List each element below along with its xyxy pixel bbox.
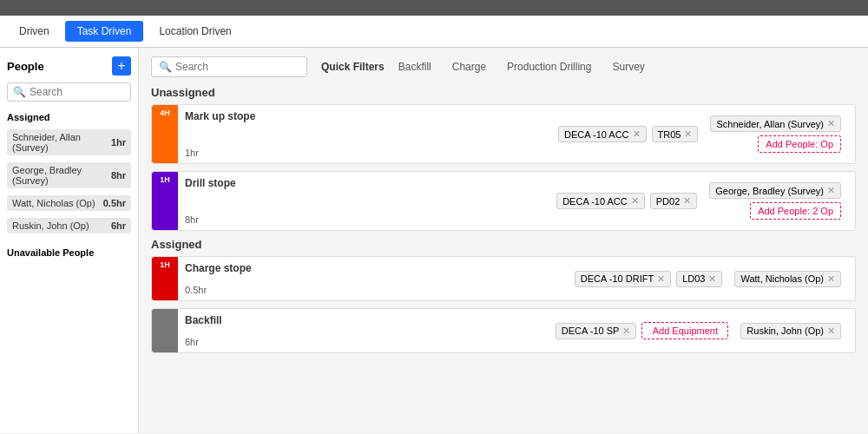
tag-x-icon[interactable]: ✕ [827,118,835,129]
filter-backfill[interactable]: Backfill [391,58,438,76]
person-name: Ruskin, John (Op) [12,220,89,231]
tag-deca-sp: DECA -10 SP ✕ [556,323,637,339]
tab-location-driven[interactable]: Location Driven [147,21,243,42]
task-badge-3: 1H [160,260,170,269]
tag-x-icon[interactable]: ✕ [622,326,630,337]
content-toolbar: 🔍 Quick Filters Backfill Charge Producti… [151,56,856,77]
task-color-bar-purple: 1H [152,172,178,230]
task-hours-mark-up-stope: 1hr [185,148,544,158]
tag-pd02: PD02 ✕ [650,193,698,209]
sidebar-search-icon: 🔍 [13,86,26,98]
tag-x-icon[interactable]: ✕ [684,128,692,140]
tab-task-driven[interactable]: Task Driven [65,21,144,42]
task-card-charge-stope: 1H Charge stope 0.5hr DECA -10 DRIFT ✕ L… [151,256,856,301]
tag-x-icon[interactable]: ✕ [827,273,835,285]
add-people-op-button-1[interactable]: Add People: Op [758,135,841,153]
task-color-bar-gray [152,309,178,352]
task-right-col-4: Ruskin, John (Op) ✕ [733,318,848,345]
person-name: George, Bradley (Survey) [12,165,111,186]
tag-person-schneider: Schneider, Allan (Survey) ✕ [710,115,841,132]
task-name-backfill: Backfill [185,314,542,326]
person-item-watt[interactable]: Watt, Nicholas (Op) 0.5hr [7,195,131,211]
content-search-icon: 🔍 [159,61,172,73]
tag-x-icon[interactable]: ✕ [827,185,835,196]
task-badge-2: 1H [160,175,170,184]
task-card-mark-up-stope: 4H Mark up stope 1hr DECA -10 ACC ✕ TR05… [151,104,856,164]
unassigned-section-header: Unassigned [151,86,856,99]
tag-tr05: TR05 ✕ [652,126,699,142]
task-color-bar-red: 1H [152,257,178,300]
tag-x-icon[interactable]: ✕ [683,195,691,207]
task-hours-charge-stope: 0.5hr [185,285,561,295]
tag-person-watt: Watt, Nicholas (Op) ✕ [734,271,841,287]
task-card-backfill: Backfill 6hr DECA -10 SP ✕ Add Equipment… [151,308,856,353]
task-right-col-1: Schneider, Allan (Survey) ✕ Add People: … [703,110,848,158]
sidebar: People + 🔍 Assigned Schneider, Allan (Su… [0,48,139,433]
tag-x-icon[interactable]: ✕ [631,195,639,207]
person-hours: 6hr [111,220,126,231]
tab-driven[interactable]: Driven [7,21,62,42]
task-name-drill-stope: Drill stope [185,177,542,189]
add-equipment-button[interactable]: Add Equipment [641,322,728,339]
person-hours: 0.5hr [103,198,126,208]
person-hours: 1hr [111,137,126,148]
task-name-charge-stope: Charge stope [185,262,561,274]
sidebar-people-title: People [7,60,44,73]
task-color-bar-orange: 4H [152,105,178,163]
tag-person-george: George, Bradley (Survey) ✕ [709,182,841,199]
task-right-col-2: George, Bradley (Survey) ✕ Add People: 2… [702,177,848,225]
person-item-george[interactable]: George, Bradley (Survey) 8hr [7,162,131,188]
task-card-drill-stope: 1H Drill stope 8hr DECA -10 ACC ✕ PD02 ✕… [151,171,856,231]
quick-filters-label: Quick Filters [321,61,385,73]
person-item-ruskin[interactable]: Ruskin, John (Op) 6hr [7,218,131,233]
task-right-col-3: Watt, Nicholas (Op) ✕ [727,266,848,293]
assigned-label: Assigned [7,112,131,122]
top-bar [0,0,868,16]
add-person-button[interactable]: + [112,56,131,76]
tag-deca-drift: DECA -10 DRIFT ✕ [575,271,671,287]
filter-charge[interactable]: Charge [445,58,493,76]
sidebar-search-box[interactable]: 🔍 [7,82,131,102]
task-hours-backfill: 6hr [185,337,542,347]
content-area: 🔍 Quick Filters Backfill Charge Producti… [139,48,868,433]
tag-person-ruskin: Ruskin, John (Op) ✕ [740,323,841,339]
tag-x-icon[interactable]: ✕ [657,273,665,285]
tag-x-icon[interactable]: ✕ [827,326,835,337]
add-people-op-button-2[interactable]: Add People: 2 Op [750,202,841,220]
tag-x-icon[interactable]: ✕ [708,273,716,285]
content-search-box[interactable]: 🔍 [151,56,307,77]
tag-deca-acc-2: DECA -10 ACC ✕ [556,193,645,209]
task-badge-1: 4H [160,108,170,117]
sidebar-search-input[interactable] [30,86,125,98]
tag-ld03: LD03 ✕ [676,271,722,287]
task-name-mark-up-stope: Mark up stope [185,110,544,122]
tag-x-icon[interactable]: ✕ [633,128,641,140]
content-search-input[interactable] [175,61,299,73]
person-name: Schneider, Allan (Survey) [12,132,111,153]
assigned-section-header: Assigned [151,238,856,251]
person-hours: 8hr [111,170,126,181]
tab-bar: Driven Task Driven Location Driven [0,16,868,48]
filter-production-drilling[interactable]: Production Drilling [500,58,598,76]
filter-survey[interactable]: Survey [605,58,651,76]
person-name: Watt, Nicholas (Op) [12,198,95,208]
tag-deca-acc-1: DECA -10 ACC ✕ [558,126,647,142]
person-item-schneider[interactable]: Schneider, Allan (Survey) 1hr [7,129,131,155]
task-hours-drill-stope: 8hr [185,214,542,225]
unavailable-people-label: Unavailable People [7,247,131,258]
